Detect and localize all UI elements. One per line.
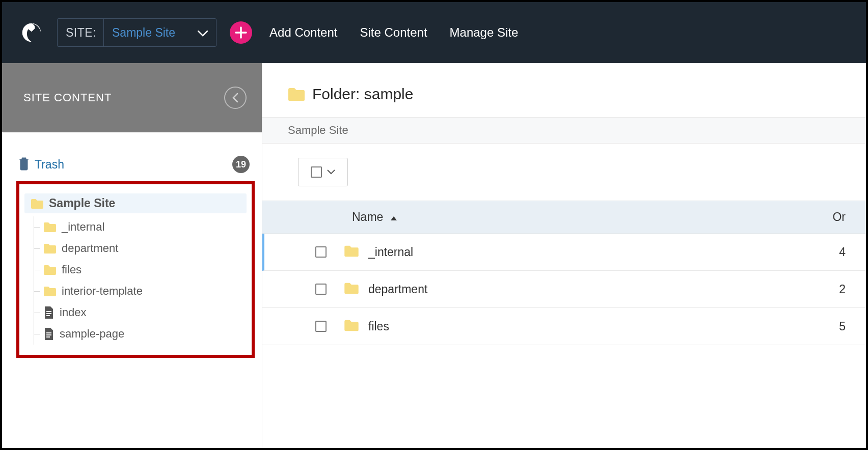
tree-item[interactable]: _internal: [34, 216, 247, 238]
tree-item[interactable]: department: [34, 238, 247, 259]
chevron-down-icon: [198, 26, 208, 40]
sidebar-body: Trash 19 Sample Site _internal depart: [2, 132, 262, 358]
tree-children: _internal department files interior-temp…: [34, 216, 247, 345]
site-selector-text: Sample Site: [112, 26, 175, 40]
table-row[interactable]: department 2: [262, 271, 866, 308]
folder-icon: [344, 282, 361, 296]
trash-row[interactable]: Trash 19: [2, 156, 262, 173]
trash-label: Trash: [35, 158, 64, 172]
tree-item-label: _internal: [62, 220, 104, 234]
tree-item[interactable]: index: [34, 302, 247, 323]
page-title-text: Folder: sample: [312, 86, 413, 103]
toolbar: [262, 144, 866, 201]
row-checkbox[interactable]: [298, 284, 344, 295]
page-icon: [43, 327, 55, 341]
tree-item-label: files: [62, 263, 82, 276]
site-selector-value: Sample Site: [104, 19, 216, 46]
folder-icon: [288, 87, 305, 101]
column-name-label: Name: [352, 210, 383, 224]
trash-icon: [18, 156, 30, 173]
tree-root-label: Sample Site: [49, 196, 115, 210]
row-checkbox[interactable]: [298, 246, 344, 258]
sidebar: SITE CONTENT Trash 19 Sample Site: [2, 63, 262, 448]
checkbox-icon: [315, 246, 327, 258]
workspace: SITE CONTENT Trash 19 Sample Site: [2, 63, 866, 448]
site-selector-label: SITE:: [58, 19, 104, 46]
table-row[interactable]: _internal 4: [262, 234, 866, 271]
table-header: Name Or: [262, 201, 866, 234]
checkbox-icon: [315, 284, 327, 295]
tree-item[interactable]: sample-page: [34, 323, 247, 345]
chevron-down-icon: [327, 167, 335, 177]
column-name[interactable]: Name: [352, 210, 805, 224]
row-name: files: [368, 320, 389, 333]
folder-icon: [43, 264, 57, 275]
table-row[interactable]: files 5: [262, 308, 866, 345]
folder-icon: [31, 198, 44, 209]
folder-table: Name Or _internal 4 department: [262, 201, 866, 345]
folder-icon: [43, 243, 57, 254]
sort-asc-icon: [390, 210, 397, 224]
site-selector[interactable]: SITE: Sample Site: [57, 18, 216, 47]
breadcrumb-text: Sample Site: [288, 124, 348, 136]
folder-icon: [43, 221, 57, 233]
tree-highlight-box: Sample Site _internal department files: [16, 181, 255, 358]
add-content-button[interactable]: Add Content: [258, 25, 348, 40]
folder-icon: [344, 319, 361, 333]
tree-item[interactable]: interior-template: [34, 280, 247, 302]
page-title: Folder: sample: [262, 63, 866, 117]
page-icon: [43, 306, 55, 319]
nav-site-content[interactable]: Site Content: [348, 25, 438, 40]
trash-count-badge: 19: [232, 156, 250, 173]
folder-icon: [43, 286, 57, 297]
main-panel: Folder: sample Sample Site Name Or: [262, 63, 866, 448]
tree-item-label: interior-template: [62, 285, 143, 298]
tree-item-label: index: [60, 306, 87, 319]
nav-manage-site[interactable]: Manage Site: [439, 25, 530, 40]
checkbox-icon: [315, 321, 327, 332]
row-col2: 4: [805, 245, 846, 259]
tree-item-label: department: [62, 242, 118, 255]
tree-item-label: sample-page: [60, 327, 124, 341]
topbar: SITE: Sample Site Add Content Site Conte…: [2, 2, 866, 63]
chevron-left-icon: [232, 93, 239, 103]
checkbox-icon: [311, 166, 322, 178]
row-name: _internal: [368, 245, 413, 259]
sidebar-header: SITE CONTENT: [2, 63, 262, 132]
row-name: department: [368, 283, 427, 296]
sidebar-title: SITE CONTENT: [23, 91, 112, 104]
add-content-button-icon[interactable]: [230, 21, 252, 44]
column-order[interactable]: Or: [805, 210, 846, 224]
row-col2: 5: [805, 320, 846, 333]
breadcrumb[interactable]: Sample Site: [262, 117, 866, 144]
tree-root[interactable]: Sample Site: [24, 193, 247, 213]
select-all-dropdown[interactable]: [298, 158, 348, 186]
collapse-sidebar-button[interactable]: [224, 87, 247, 109]
tree-item[interactable]: files: [34, 259, 247, 280]
row-checkbox[interactable]: [298, 321, 344, 332]
row-col2: 2: [805, 283, 846, 296]
folder-icon: [344, 245, 361, 259]
app-logo[interactable]: [16, 17, 47, 48]
